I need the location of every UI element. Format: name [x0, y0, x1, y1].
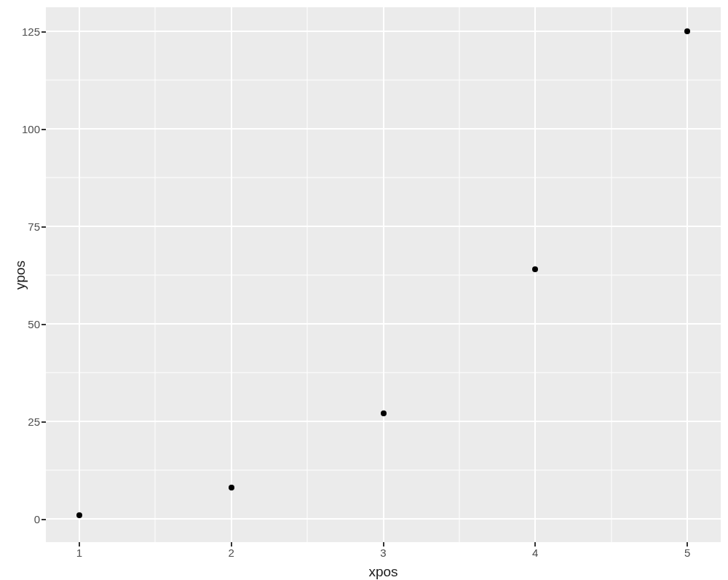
x-tick-label: 1	[76, 547, 82, 559]
x-tick-label: 2	[229, 547, 234, 559]
data-point	[684, 28, 690, 34]
grid-major-h	[46, 128, 721, 130]
grid-major-v	[231, 7, 232, 542]
grid-major-v	[383, 7, 384, 542]
data-point	[229, 485, 234, 490]
grid-major-v	[79, 7, 80, 542]
y-tick-label: 100	[22, 123, 40, 135]
y-tick-label: 25	[28, 415, 40, 427]
y-axis-label: ypos	[12, 260, 28, 289]
grid-major-v	[534, 7, 536, 542]
data-point	[381, 410, 387, 416]
x-tick-label: 4	[532, 547, 538, 559]
x-tick-label: 3	[380, 547, 386, 559]
y-tick-label: 75	[28, 221, 40, 233]
grid-major-h	[46, 421, 721, 422]
y-tick-label: 50	[28, 318, 40, 330]
y-tick-mark	[41, 31, 46, 33]
grid-major-h	[46, 518, 721, 520]
y-tick-mark	[41, 519, 46, 520]
data-point	[532, 266, 538, 272]
y-tick-mark	[41, 226, 46, 228]
y-tick-label: 0	[34, 512, 40, 525]
y-tick-mark	[41, 324, 46, 325]
y-tick-mark	[41, 129, 46, 130]
grid-major-h	[46, 226, 721, 227]
scatter-chart: 0255075100125 12345 ypos xpos	[0, 0, 728, 580]
x-tick-label: 5	[684, 547, 690, 559]
plot-panel	[46, 7, 721, 542]
grid-major-h	[46, 31, 721, 32]
y-tick-mark	[41, 421, 46, 423]
grid-major-h	[46, 323, 721, 325]
y-tick-label: 125	[22, 25, 40, 38]
grid-major-v	[687, 7, 688, 542]
x-axis-label: xpos	[368, 564, 397, 580]
data-point	[76, 512, 82, 518]
